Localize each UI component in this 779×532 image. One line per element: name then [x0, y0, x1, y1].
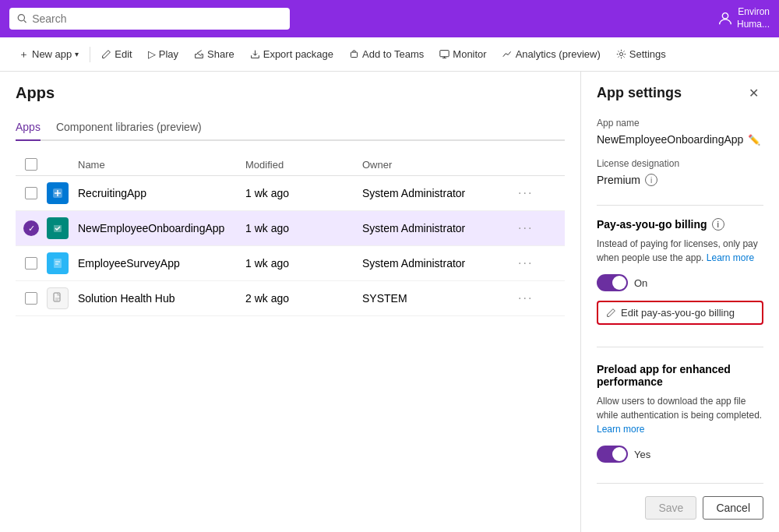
panel-title: App settings: [597, 85, 682, 101]
export-icon: [250, 49, 260, 59]
billing-header: Pay-as-you-go billing i: [597, 218, 763, 231]
svg-point-2: [722, 13, 728, 19]
preload-section: Preload app for enhanced performance All…: [597, 363, 763, 472]
row-checkbox[interactable]: [25, 187, 37, 199]
row-menu[interactable]: ···: [518, 221, 565, 235]
header-modified[interactable]: Modified: [245, 159, 362, 171]
tab-component-libraries[interactable]: Component libraries (preview): [56, 115, 202, 141]
new-app-button[interactable]: ＋ New app ▾: [12, 44, 85, 65]
app-icon: [47, 252, 69, 274]
app-name: RecruitingApp: [78, 187, 245, 199]
app-name-value: NewEmployeeOnboardingApp ✏️: [597, 133, 763, 146]
table-row[interactable]: RecruitingApp 1 wk ago System Administra…: [16, 176, 565, 211]
svg-rect-4: [440, 51, 449, 57]
tab-apps[interactable]: Apps: [16, 115, 41, 141]
play-icon: ▷: [148, 48, 156, 60]
svg-point-0: [18, 15, 24, 21]
settings-icon: [616, 49, 626, 59]
share-icon: [194, 49, 204, 59]
row-menu[interactable]: ···: [518, 256, 565, 270]
play-button[interactable]: ▷ Play: [142, 45, 185, 63]
billing-toggle[interactable]: [597, 274, 628, 291]
app-owner: System Administrator: [362, 257, 518, 270]
analytics-button[interactable]: Analytics (preview): [496, 45, 607, 63]
divider: [90, 47, 90, 62]
app-name: NewEmployeeOnboardingApp: [78, 222, 245, 234]
save-button[interactable]: Save: [645, 496, 696, 520]
svg-rect-7: [54, 259, 62, 268]
app-owner: System Administrator: [362, 187, 518, 199]
top-bar: Environ Huma...: [0, 0, 779, 37]
license-value: Premium i: [597, 174, 763, 186]
preload-toggle-row: Yes: [597, 446, 763, 463]
license-info-icon[interactable]: i: [645, 174, 657, 186]
add-to-teams-button[interactable]: Add to Teams: [343, 45, 430, 63]
edit-icon: [101, 49, 111, 59]
billing-desc: Instead of paying for licenses, only pay…: [597, 237, 763, 265]
analytics-icon: [502, 49, 513, 59]
preload-title: Preload app for enhanced performance: [597, 363, 763, 388]
toolbar: ＋ New app ▾ Edit ▷ Play Share Export pac…: [0, 37, 779, 72]
export-package-button[interactable]: Export package: [244, 45, 340, 63]
app-name: EmployeeSurveyApp: [78, 257, 245, 270]
header-owner[interactable]: Owner: [362, 159, 518, 171]
search-icon: [17, 13, 27, 24]
billing-info-icon[interactable]: i: [712, 218, 724, 231]
panel-header: App settings ✕: [597, 84, 763, 102]
row-selected-check: ✓: [23, 220, 39, 236]
app-icon: [47, 182, 69, 204]
edit-billing-button[interactable]: Edit pay-as-you-go billing: [597, 301, 763, 325]
cancel-button[interactable]: Cancel: [703, 496, 763, 520]
share-button[interactable]: Share: [188, 45, 241, 63]
env-text: Environ Huma...: [737, 6, 770, 30]
preload-desc: Allow users to download the app file whi…: [597, 394, 763, 436]
preload-toggle[interactable]: [597, 446, 628, 463]
edit-button[interactable]: Edit: [95, 45, 138, 63]
header-checkbox-col: [16, 158, 47, 171]
edit-app-name-icon[interactable]: ✏️: [748, 134, 760, 146]
preload-learn-more[interactable]: Learn more: [597, 424, 644, 435]
table-row[interactable]: Solution Health Hub 2 wk ago SYSTEM ···: [16, 281, 565, 316]
page-title: Apps: [16, 84, 565, 102]
row-menu[interactable]: ···: [518, 291, 565, 305]
close-panel-button[interactable]: ✕: [744, 84, 763, 102]
header-name[interactable]: Name: [78, 159, 245, 171]
pencil-icon: [606, 308, 616, 318]
row-menu[interactable]: ···: [518, 186, 565, 200]
app-icon: [47, 217, 69, 239]
panel-footer: Save Cancel: [597, 483, 763, 520]
search-input[interactable]: [32, 12, 282, 25]
monitor-icon: [439, 49, 449, 59]
divider: [597, 347, 763, 347]
row-checkbox[interactable]: [25, 257, 37, 270]
main-area: Apps Apps Component libraries (preview) …: [0, 72, 779, 532]
user-icon: [717, 10, 734, 27]
app-modified: 2 wk ago: [245, 292, 362, 305]
app-owner: System Administrator: [362, 222, 518, 234]
row-checkbox[interactable]: [25, 292, 37, 305]
billing-learn-more[interactable]: Learn more: [707, 252, 754, 263]
settings-button[interactable]: Settings: [610, 45, 672, 63]
app-name-label: App name: [597, 118, 763, 129]
app-settings-panel: App settings ✕ App name NewEmployeeOnboa…: [580, 72, 779, 532]
svg-line-1: [24, 20, 26, 23]
chevron-down-icon: ▾: [75, 50, 79, 58]
env-info: Environ Huma...: [717, 6, 770, 30]
select-all-checkbox[interactable]: [25, 158, 37, 171]
table-row[interactable]: EmployeeSurveyApp 1 wk ago System Admini…: [16, 246, 565, 281]
billing-toggle-label: On: [634, 277, 647, 289]
table-row[interactable]: ✓ NewEmployeeOnboardingApp 1 wk ago Syst…: [16, 211, 565, 246]
app-modified: 1 wk ago: [245, 222, 362, 234]
app-icon: [47, 287, 69, 309]
app-modified: 1 wk ago: [245, 257, 362, 270]
teams-icon: [349, 49, 359, 59]
app-name: Solution Health Hub: [78, 292, 245, 305]
license-label: License designation: [597, 158, 763, 169]
svg-point-5: [619, 52, 622, 55]
plus-icon: ＋: [19, 48, 29, 62]
monitor-button[interactable]: Monitor: [433, 45, 492, 63]
tab-bar: Apps Component libraries (preview): [16, 115, 565, 141]
divider: [597, 205, 763, 206]
search-container: [9, 8, 290, 30]
content-area: Apps Apps Component libraries (preview) …: [0, 72, 580, 532]
